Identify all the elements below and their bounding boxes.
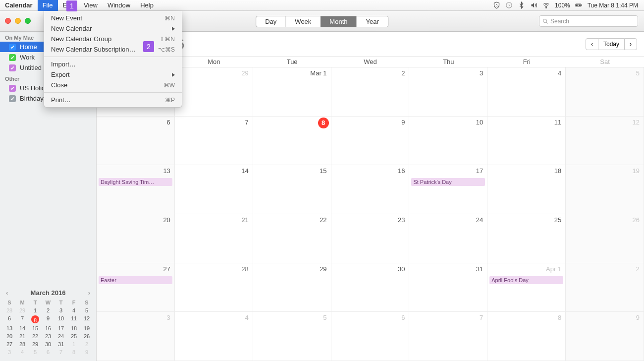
day-cell[interactable]: 15 [253,165,331,214]
mini-day[interactable]: 25 [67,332,80,340]
next-month-icon[interactable]: › [88,289,90,297]
mini-day[interactable]: 30 [42,340,54,348]
day-cell[interactable]: 27Easter [97,263,175,312]
mini-day[interactable]: 15 [29,324,42,332]
day-cell[interactable]: 13Daylight Saving Tim… [97,165,175,214]
mini-day[interactable]: 1 [67,340,80,348]
mini-day[interactable]: 6 [3,314,16,324]
menu-item[interactable]: New Calendar Subscription…⌥⌘S [44,44,182,55]
mini-day[interactable]: 20 [3,332,16,340]
day-cell[interactable]: 29 [175,67,253,117]
view-year[interactable]: Year [357,16,387,27]
day-cell[interactable]: 12 [566,117,644,166]
day-cell[interactable]: 3 [97,312,175,361]
mini-day[interactable]: 10 [54,314,67,324]
day-cell[interactable]: 17St Patrick's Day [409,165,487,214]
day-cell[interactable]: 21 [175,214,253,263]
mini-day[interactable]: 2 [42,306,54,314]
mini-day[interactable]: 28 [16,340,29,348]
menu-window[interactable]: Window [103,0,135,11]
day-cell[interactable]: 2 [566,263,644,312]
day-cell[interactable]: 7 [175,117,253,166]
day-cell[interactable]: 29 [253,263,331,312]
mini-day[interactable]: 13 [3,324,16,332]
day-cell[interactable]: 26 [566,214,644,263]
mini-day[interactable]: 4 [16,348,29,356]
mini-day[interactable]: 9 [42,314,54,324]
mini-day[interactable]: 27 [3,340,16,348]
day-cell[interactable]: 16 [331,165,410,214]
view-day[interactable]: Day [256,16,286,27]
mini-day[interactable]: 3 [3,348,16,356]
calendar-checkbox[interactable] [9,95,16,102]
day-cell[interactable]: 9 [566,312,644,361]
mini-day[interactable]: 21 [16,332,29,340]
calendar-checkbox[interactable] [9,44,16,51]
mini-calendar[interactable]: ‹ March 2016 › SMTWTFS282912345678910111… [0,285,96,361]
mini-day[interactable]: 22 [29,332,42,340]
window-controls[interactable] [5,18,31,24]
mini-day[interactable]: 12 [80,314,93,324]
mini-day[interactable]: 8 [29,314,42,324]
view-month[interactable]: Month [321,16,357,27]
mini-day[interactable]: 9 [80,348,93,356]
day-cell[interactable]: 2 [331,67,410,117]
mini-day[interactable]: 26 [80,332,93,340]
day-cell[interactable]: 7 [409,312,487,361]
mini-day[interactable]: 31 [54,340,67,348]
view-segmented-control[interactable]: DayWeekMonthYear [256,16,388,27]
mini-day[interactable]: 7 [54,348,67,356]
search-field[interactable]: Search [539,15,638,27]
mini-day[interactable]: 2 [80,340,93,348]
day-cell[interactable]: 9 [331,117,410,166]
menu-view[interactable]: View [79,0,103,11]
mini-day[interactable]: 11 [67,314,80,324]
menu-help[interactable]: Help [135,0,159,11]
month-grid[interactable]: 2829Mar 12345678910111213Daylight Saving… [97,67,644,361]
view-week[interactable]: Week [286,16,321,27]
day-cell[interactable]: 25 [487,214,566,263]
zoom-button[interactable] [25,18,31,24]
close-button[interactable] [5,18,11,24]
mini-day[interactable]: 7 [16,314,29,324]
month-nav[interactable]: ‹ Today › [586,38,637,50]
calendar-checkbox[interactable] [9,54,16,61]
mini-day[interactable]: 6 [42,348,54,356]
menu-item[interactable]: Import… [44,59,182,69]
day-cell[interactable]: 23 [331,214,410,263]
day-cell[interactable]: Mar 1 [253,67,331,117]
menu-item[interactable]: Close⌘W [44,80,182,90]
day-cell[interactable]: 30 [331,263,410,312]
day-cell[interactable]: 11 [487,117,566,166]
prev-month-icon[interactable]: ‹ [6,289,8,297]
day-cell[interactable]: 5 [253,312,331,361]
menu-file[interactable]: File [38,0,58,11]
day-cell[interactable]: Apr 1April Fools Day [487,263,566,312]
mini-day[interactable]: 19 [80,324,93,332]
day-cell[interactable]: 22 [253,214,331,263]
day-cell[interactable]: 18 [487,165,566,214]
event-bar[interactable]: St Patrick's Day [411,178,485,186]
prev-button[interactable]: ‹ [586,38,598,50]
day-cell[interactable]: 8 [487,312,566,361]
day-cell[interactable]: 28 [175,263,253,312]
day-cell[interactable]: 5 [566,67,644,117]
mini-day[interactable]: 16 [42,324,54,332]
day-cell[interactable]: 19 [566,165,644,214]
event-bar[interactable]: Daylight Saving Tim… [99,178,172,186]
menu-item[interactable]: New Event⌘N [44,13,182,23]
today-button[interactable]: Today [598,38,624,50]
mini-day[interactable]: 3 [54,306,67,314]
day-cell[interactable]: 4 [487,67,566,117]
day-cell[interactable]: 14 [175,165,253,214]
mini-day[interactable]: 8 [67,348,80,356]
calendar-checkbox[interactable] [9,64,16,71]
day-cell[interactable]: 3 [409,67,487,117]
day-cell[interactable]: 31 [409,263,487,312]
app-menu[interactable]: Calendar [0,0,38,11]
menu-item[interactable]: Export [44,69,182,80]
day-cell[interactable]: 8 [253,117,331,166]
day-cell[interactable]: 6 [331,312,410,361]
mini-day[interactable]: 29 [16,306,29,314]
next-button[interactable]: › [624,38,637,50]
